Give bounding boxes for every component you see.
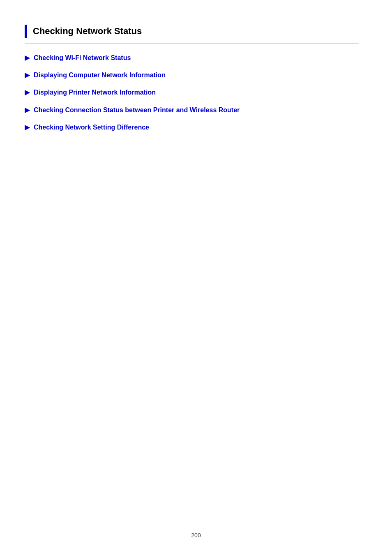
list-item: ▶Checking Network Setting Difference (25, 123, 359, 132)
page-title: Checking Network Status (33, 25, 142, 38)
nav-link-5[interactable]: Checking Network Setting Difference (34, 123, 149, 132)
nav-arrow-icon: ▶ (25, 123, 30, 131)
nav-link-4[interactable]: Checking Connection Status between Print… (34, 106, 240, 115)
nav-arrow-icon: ▶ (25, 88, 30, 96)
nav-link-1[interactable]: Checking Wi-Fi Network Status (34, 53, 131, 62)
nav-arrow-icon: ▶ (25, 106, 30, 114)
nav-list: ▶Checking Wi-Fi Network Status▶Displayin… (25, 53, 359, 132)
nav-arrow-icon: ▶ (25, 71, 30, 79)
page-container: Checking Network Status ▶Checking Wi-Fi … (0, 0, 392, 555)
header-accent-bar (25, 25, 27, 38)
list-item: ▶Checking Connection Status between Prin… (25, 106, 359, 115)
list-item: ▶Displaying Computer Network Information (25, 71, 359, 80)
nav-link-3[interactable]: Displaying Printer Network Information (34, 88, 156, 97)
list-item: ▶Checking Wi-Fi Network Status (25, 53, 359, 62)
list-item: ▶Displaying Printer Network Information (25, 88, 359, 97)
nav-link-2[interactable]: Displaying Computer Network Information (34, 71, 166, 80)
nav-arrow-icon: ▶ (25, 54, 30, 62)
page-number: 200 (191, 532, 201, 539)
page-header: Checking Network Status (25, 25, 359, 44)
